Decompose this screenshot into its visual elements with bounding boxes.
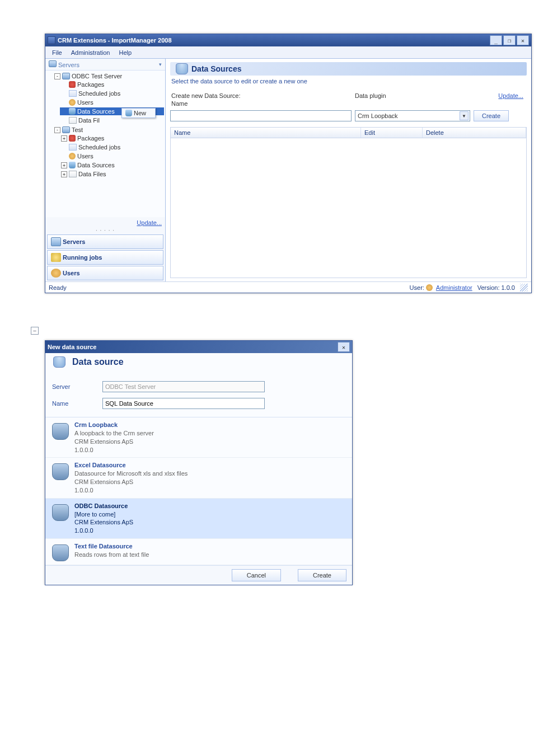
tree-item[interactable]: Users: [60, 98, 164, 106]
expander-icon[interactable]: -: [54, 73, 60, 79]
maximize-button[interactable]: ❐: [503, 35, 516, 45]
ds-icon: [69, 108, 76, 115]
pkg-icon: [69, 135, 76, 142]
version-label: Version:: [477, 284, 500, 291]
server-icon: [62, 126, 70, 133]
splitter-handle[interactable]: · · · · ·: [45, 227, 165, 233]
tree-server[interactable]: -ODBC Test Server: [53, 72, 164, 80]
content-pane: Data Sources Select the data source to e…: [166, 59, 531, 281]
col-name[interactable]: Name: [171, 128, 361, 138]
nav-servers[interactable]: Servers: [47, 234, 163, 249]
dialog-name-label: Name: [52, 400, 102, 407]
create-ds-section-label: Create new Data Source:: [170, 92, 355, 99]
sidebar-header[interactable]: Servers ▾: [45, 59, 165, 71]
menubar: File Administration Help: [45, 46, 531, 59]
nav-users[interactable]: Users: [47, 266, 163, 280]
context-menu[interactable]: New: [121, 108, 156, 118]
tree-server[interactable]: -Test: [53, 126, 164, 134]
new-data-source-dialog: New data source ✕ Data source Server Nam…: [45, 340, 353, 585]
name-label: Name: [170, 100, 355, 107]
col-delete[interactable]: Delete: [423, 128, 526, 138]
status-version: 1.0.0: [501, 284, 514, 291]
statusbar: Ready User: Administrator Version: 1.0.0: [45, 281, 531, 293]
data-source-icon: [176, 63, 188, 74]
ds-icon: [125, 110, 132, 116]
titlebar[interactable]: CRM Extensions - ImportManager 2008 _ ❐ …: [45, 34, 531, 46]
run-icon: [51, 253, 61, 262]
users-icon: [69, 99, 76, 106]
plugin-item[interactable]: Text file Datasource Reads rows from at …: [45, 539, 352, 565]
ds-icon: [69, 162, 76, 168]
sidebar: Servers ▾ -ODBC Test ServerPackagesSched…: [45, 59, 166, 281]
dialog-title: New data source: [48, 344, 336, 350]
data-source-icon: [52, 544, 69, 561]
resize-grip-icon[interactable]: [520, 284, 528, 292]
tree-item[interactable]: Scheduled jobs: [60, 143, 164, 151]
sched-icon: [69, 144, 77, 151]
data-source-icon: [53, 356, 65, 368]
sched-icon: [69, 90, 77, 97]
minimize-button[interactable]: _: [490, 35, 502, 45]
server-icon: [62, 73, 70, 79]
data-source-icon: [52, 423, 69, 440]
expander-icon[interactable]: +: [61, 135, 67, 142]
nav-running-jobs[interactable]: Running jobs: [47, 250, 163, 265]
dialog-create-button[interactable]: Create: [298, 569, 346, 581]
tree-item[interactable]: Packages: [60, 81, 164, 88]
data-source-icon: [52, 463, 69, 480]
tree-item[interactable]: +Data Files: [60, 170, 164, 178]
users-icon: [69, 153, 76, 159]
tree-item[interactable]: +Packages: [60, 134, 164, 142]
expander-icon[interactable]: +: [61, 171, 67, 177]
plugin-item[interactable]: ODBC Datasource [More to come] CRM Exten…: [45, 499, 352, 539]
menu-file[interactable]: File: [48, 48, 67, 58]
dialog-close-button[interactable]: ✕: [338, 342, 350, 352]
dialog-cancel-button[interactable]: Cancel: [232, 569, 281, 581]
create-button[interactable]: Create: [474, 110, 509, 121]
data-source-icon: [52, 504, 69, 521]
dialog-header: Data source: [72, 357, 124, 367]
app-icon: [48, 36, 55, 44]
menu-administration[interactable]: Administration: [67, 48, 115, 58]
user-label: User:: [410, 284, 424, 291]
chevron-down-icon[interactable]: ▾: [159, 62, 162, 67]
df-icon: [69, 117, 77, 124]
expander-icon[interactable]: +: [61, 162, 67, 168]
status-ready: Ready: [49, 284, 67, 291]
pkg-icon: [69, 81, 76, 88]
server-field: [102, 381, 265, 392]
tree: -ODBC Test ServerPackagesScheduled jobsU…: [45, 71, 165, 217]
df-icon: [69, 171, 77, 177]
dialog-name-field[interactable]: [102, 398, 265, 409]
collapse-toggle[interactable]: −: [31, 327, 39, 335]
close-button[interactable]: ✕: [517, 35, 529, 45]
plugin-item[interactable]: Excel Datasource Datasource for Microsof…: [45, 458, 352, 498]
server-icon: [49, 60, 57, 67]
col-edit[interactable]: Edit: [361, 128, 423, 138]
name-input[interactable]: [170, 110, 352, 121]
content-title: Data Sources: [191, 64, 241, 73]
content-update-link[interactable]: Update...: [498, 92, 523, 99]
dialog-titlebar[interactable]: New data source ✕: [45, 341, 352, 353]
sidebar-update-link[interactable]: Update...: [137, 219, 162, 226]
expander-icon[interactable]: -: [54, 127, 60, 133]
dropdown-icon: ▼: [460, 111, 469, 120]
users-icon: [51, 269, 61, 278]
tree-item[interactable]: Users: [60, 152, 164, 160]
tree-item[interactable]: Scheduled jobs: [60, 90, 164, 97]
content-subtitle: Select the data source to edit or create…: [171, 78, 526, 84]
tree-item[interactable]: +Data Sources: [60, 161, 164, 169]
server-label: Server: [52, 383, 102, 390]
plugin-item[interactable]: Crm Loopback A loopback to the Crm serve…: [45, 417, 352, 458]
plugin-list[interactable]: Crm Loopback A loopback to the Crm serve…: [45, 417, 352, 565]
plugin-select[interactable]: Crm Loopback ▼: [355, 110, 470, 121]
plugin-label: Data plugin: [355, 92, 472, 99]
window-title: CRM Extensions - ImportManager 2008: [58, 37, 489, 44]
server-icon: [51, 237, 61, 246]
data-sources-grid: Name Edit Delete: [170, 127, 527, 278]
main-window: CRM Extensions - ImportManager 2008 _ ❐ …: [45, 34, 532, 293]
menu-help[interactable]: Help: [114, 48, 136, 58]
user-icon: [426, 284, 433, 291]
status-user[interactable]: Administrator: [436, 284, 472, 291]
